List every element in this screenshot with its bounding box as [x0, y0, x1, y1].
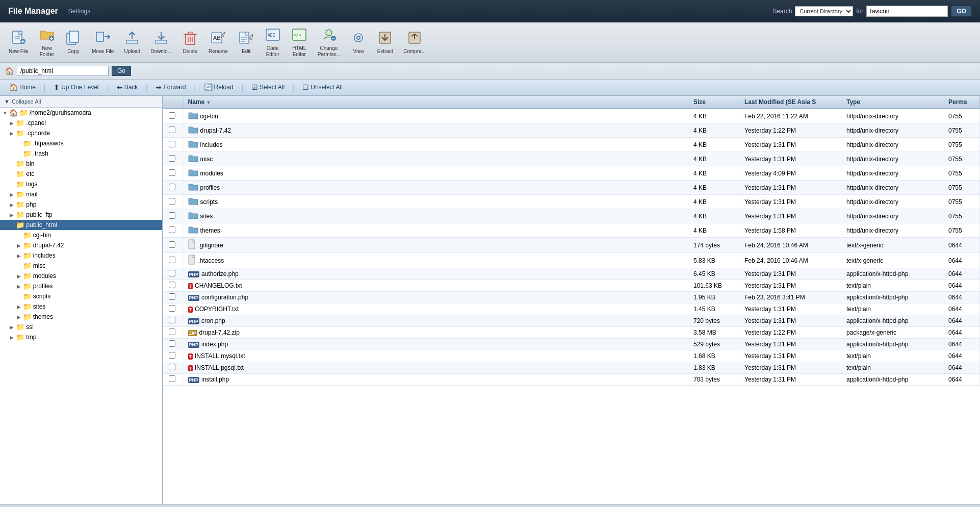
row-checkbox[interactable] [169, 282, 175, 288]
new-file-button[interactable]: New File [4, 28, 33, 57]
col-name[interactable]: Name ▼ [184, 96, 689, 109]
expand-btn[interactable]: ▶ [16, 253, 22, 259]
row-checkbox[interactable] [169, 270, 175, 276]
table-row[interactable]: .gitignore 174 bytes Feb 24, 2016 10:46 … [163, 238, 980, 253]
tree-item-home2[interactable]: ▼🏠📁/home2/guruhsamodra [0, 108, 162, 118]
row-checkbox[interactable] [169, 141, 175, 147]
expand-btn[interactable]: ▶ [16, 304, 22, 310]
rename-button[interactable]: AB Rename [204, 28, 233, 57]
row-name-cell[interactable]: PHP index.php [184, 339, 689, 350]
tree-item-themes[interactable]: ▶📁themes [0, 312, 162, 322]
row-checkbox[interactable] [169, 293, 175, 300]
tree-item-scripts[interactable]: 📁scripts [0, 291, 162, 301]
tree-item-trash[interactable]: 📁.trash [0, 148, 162, 159]
tree-item-htpasswds[interactable]: 📁.htpasswds [0, 138, 162, 148]
expand-btn[interactable]: ▶ [9, 120, 15, 126]
compress-button[interactable]: Compre... [399, 28, 430, 57]
change-perms-button[interactable]: ChangePermiss... [313, 24, 345, 60]
search-go-button[interactable]: GO [951, 6, 972, 17]
row-checkbox[interactable] [169, 241, 175, 248]
tree-item-etc[interactable]: 📁etc [0, 169, 162, 179]
tree-item-logs[interactable]: 📁logs [0, 179, 162, 189]
tree-item-ssl[interactable]: ▶📁ssl [0, 322, 162, 332]
search-scope-select[interactable]: Current Directory Entire Home Web Root [795, 6, 853, 16]
row-checkbox[interactable] [169, 184, 175, 190]
col-size[interactable]: Size [689, 96, 740, 109]
table-row[interactable]: PHP authorize.php 6.45 KB Yesterday 1:31… [163, 268, 980, 280]
copy-button[interactable]: Copy [61, 28, 86, 57]
table-row[interactable]: modules 4 KB Yesterday 4:09 PM httpd/uni… [163, 166, 980, 181]
row-name-cell[interactable]: themes [184, 223, 689, 238]
row-name-cell[interactable]: ZIP drupal-7.42.zip [184, 327, 689, 339]
row-checkbox[interactable] [169, 364, 175, 370]
row-checkbox[interactable] [169, 198, 175, 205]
row-name-cell[interactable]: PHP authorize.php [184, 268, 689, 280]
forward-button[interactable]: ➡ Forward [151, 82, 190, 92]
row-name-cell[interactable]: PHP install.php [184, 374, 689, 386]
col-modified[interactable]: Last Modified (SE Asia S [740, 96, 842, 109]
col-perms[interactable]: Perms [944, 96, 980, 109]
tree-item-cgi-bin[interactable]: 📁cgi-bin [0, 230, 162, 240]
select-all-button[interactable]: ☑ Select All [247, 82, 289, 92]
upload-button[interactable]: Upload [119, 28, 145, 57]
table-row[interactable]: PHP configuration.php 1.95 KB Feb 23, 20… [163, 292, 980, 303]
row-name-cell[interactable]: .gitignore [184, 238, 689, 253]
tree-item-profiles[interactable]: ▶📁profiles [0, 281, 162, 291]
table-row[interactable]: drupal-7.42 4 KB Yesterday 1:22 PM httpd… [163, 123, 980, 138]
new-folder-button[interactable]: NewFolder [34, 24, 60, 60]
row-checkbox[interactable] [169, 375, 175, 382]
expand-btn[interactable]: ▶ [16, 243, 22, 248]
html-editor-button[interactable]: </> HTMLEditor [287, 24, 312, 60]
expand-btn[interactable]: ▶ [16, 273, 22, 279]
row-name-cell[interactable]: PHP cron.php [184, 315, 689, 327]
expand-btn[interactable]: ▶ [16, 314, 22, 320]
table-row[interactable]: T COPYRIGHT.txt 1.45 KB Yesterday 1:31 P… [163, 303, 980, 315]
row-checkbox[interactable] [169, 352, 175, 359]
move-file-button[interactable]: Move File [87, 28, 118, 57]
row-name-cell[interactable]: T CHANGELOG.txt [184, 280, 689, 292]
tree-item-php[interactable]: ▶📁php [0, 199, 162, 210]
expand-btn[interactable]: ▶ [9, 335, 15, 340]
expand-btn[interactable] [9, 182, 15, 187]
row-checkbox[interactable] [169, 212, 175, 219]
row-checkbox[interactable] [169, 257, 175, 263]
expand-btn[interactable] [9, 161, 15, 167]
row-checkbox[interactable] [169, 305, 175, 312]
tree-item-tmp[interactable]: ▶📁tmp [0, 332, 162, 342]
search-input[interactable] [866, 6, 948, 17]
download-button[interactable]: Downlo... [146, 28, 176, 57]
table-row[interactable]: includes 4 KB Yesterday 1:31 PM httpd/un… [163, 138, 980, 152]
settings-link[interactable]: Settings [68, 8, 90, 15]
expand-btn[interactable]: ▶ [9, 192, 15, 197]
row-name-cell[interactable]: misc [184, 152, 689, 166]
table-row[interactable]: PHP index.php 529 bytes Yesterday 1:31 P… [163, 339, 980, 350]
table-row[interactable]: T INSTALL.mysql.txt 1.68 KB Yesterday 1:… [163, 350, 980, 362]
expand-btn[interactable] [16, 233, 22, 238]
view-button[interactable]: View [346, 28, 371, 57]
expand-btn[interactable]: ▶ [9, 324, 15, 330]
tree-item-includes[interactable]: ▶📁includes [0, 250, 162, 261]
extract-button[interactable]: Extract [372, 28, 398, 57]
reload-button[interactable]: 🔄 Reload [200, 82, 238, 92]
row-name-cell[interactable]: modules [184, 166, 689, 181]
table-row[interactable]: misc 4 KB Yesterday 1:31 PM httpd/unix-d… [163, 152, 980, 166]
row-checkbox[interactable] [169, 317, 175, 323]
row-checkbox[interactable] [169, 126, 175, 133]
expand-btn[interactable] [16, 141, 22, 146]
tree-item-misc[interactable]: 📁misc [0, 261, 162, 271]
table-row[interactable]: themes 4 KB Yesterday 1:58 PM httpd/unix… [163, 223, 980, 238]
home-button[interactable]: 🏠 Home [5, 82, 40, 92]
row-name-cell[interactable]: includes [184, 138, 689, 152]
tree-item-bin[interactable]: 📁bin [0, 159, 162, 169]
table-row[interactable]: PHP install.php 703 bytes Yesterday 1:31… [163, 374, 980, 386]
tree-item-sites[interactable]: ▶📁sites [0, 301, 162, 312]
table-row[interactable]: PHP cron.php 720 bytes Yesterday 1:31 PM… [163, 315, 980, 327]
table-row[interactable]: sites 4 KB Yesterday 1:31 PM httpd/unix-… [163, 209, 980, 223]
tree-item-cpanel[interactable]: ▶📁.cpanel [0, 118, 162, 128]
code-editor-button[interactable]: ABC|| CodeEditor [260, 24, 286, 60]
delete-button[interactable]: Delete [177, 28, 203, 57]
expand-btn[interactable] [9, 171, 15, 177]
row-checkbox[interactable] [169, 328, 175, 335]
tree-item-mail[interactable]: ▶📁mail [0, 189, 162, 199]
table-row[interactable]: scripts 4 KB Yesterday 1:31 PM httpd/uni… [163, 195, 980, 209]
